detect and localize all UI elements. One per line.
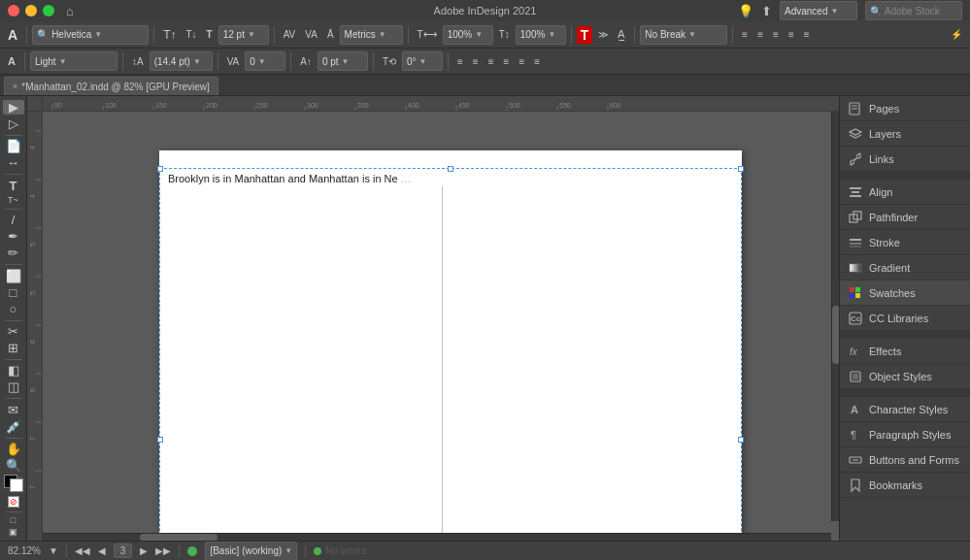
handle-right-mid[interactable]	[738, 437, 744, 443]
panel-item-cc-libraries[interactable]: Cc CC Libraries	[840, 306, 970, 331]
scrollbar-thumb[interactable]	[832, 306, 839, 364]
v-scale-dropdown[interactable]: 100% ▼	[516, 25, 566, 45]
type-tool[interactable]: T	[3, 179, 24, 193]
gap-tool[interactable]: ↔	[3, 155, 24, 170]
handle-top-right[interactable]	[738, 166, 744, 172]
note-tool[interactable]: ✉	[3, 403, 24, 417]
panel-item-bookmarks[interactable]: Bookmarks	[840, 473, 970, 498]
rect-tool[interactable]: □	[3, 285, 24, 300]
no-break-dropdown[interactable]: No Break ▼	[640, 25, 727, 45]
panel-item-stroke[interactable]: Stroke	[840, 230, 970, 255]
angle-icon[interactable]: T⟲	[379, 54, 400, 69]
search-stock-dropdown[interactable]: 🔍 Adobe Stock	[865, 1, 962, 20]
kerning-btn3[interactable]: Ā	[323, 27, 338, 42]
maximize-button[interactable]	[43, 5, 54, 16]
hand-tool[interactable]: ✋	[3, 442, 24, 456]
handle-top-mid[interactable]	[448, 166, 453, 172]
zoom-dropdown-arrow[interactable]: ▼	[49, 545, 58, 556]
kerning-btn2[interactable]: VA	[301, 27, 321, 42]
type-size-icon[interactable]: T↑	[159, 26, 180, 44]
panel-item-align[interactable]: Align	[840, 180, 970, 205]
share-icon[interactable]: ⬆	[761, 4, 772, 18]
type-extra[interactable]: ≫	[594, 27, 612, 42]
leading-icon[interactable]: ↕A	[128, 54, 148, 69]
text-content[interactable]: Brooklyn is in Manhattan and Manhattan i…	[160, 169, 741, 188]
panel-item-links[interactable]: Links	[840, 147, 970, 172]
next-page-btn2[interactable]: ▶▶	[155, 545, 171, 556]
type-size-icon2[interactable]: T↓	[182, 27, 200, 42]
align2-right[interactable]: ≡	[485, 54, 498, 69]
angle-dropdown[interactable]: 0° ▼	[402, 51, 443, 71]
align-center-btn[interactable]: ≡	[753, 27, 767, 42]
scale-h-btn[interactable]: T⟷	[414, 27, 441, 42]
document-tab[interactable]: × *Manhattan_02.indd @ 82% [GPU Preview]	[4, 77, 218, 95]
type-bold[interactable]: T	[203, 27, 217, 42]
page-style-dropdown[interactable]: [Basic] (working) ▼	[205, 542, 297, 561]
canvas-content[interactable]: Brooklyn is in Manhattan and Manhattan i…	[43, 112, 839, 541]
vertical-scrollbar[interactable]	[831, 112, 839, 521]
page-num-field[interactable]: 3	[114, 544, 133, 558]
handle-top-left[interactable]	[157, 166, 163, 172]
scissors-tool[interactable]: ✂	[3, 324, 24, 339]
leading-dropdown[interactable]: (14.4 pt) ▼	[150, 51, 213, 71]
kerning-btn1[interactable]: AV	[280, 27, 300, 42]
panel-item-object-styles[interactable]: Object Styles	[840, 364, 970, 389]
baseline-icon[interactable]: A↑	[296, 54, 316, 69]
background-color[interactable]	[10, 478, 23, 492]
align2-j1[interactable]: ≡	[500, 54, 514, 69]
gradient-feather-tool[interactable]: ◫	[3, 379, 24, 394]
font-family-dropdown[interactable]: 🔍 Helvetica ▼	[32, 25, 149, 45]
text-frame[interactable]: Brooklyn is in Manhattan and Manhattan i…	[159, 168, 742, 541]
select-tool[interactable]: ▶	[3, 100, 24, 115]
zoom-tool[interactable]: 🔍	[3, 458, 24, 473]
kerning-icon[interactable]: VA	[223, 54, 244, 69]
preview-view-btn[interactable]: ▣	[3, 527, 24, 537]
normal-view-btn[interactable]: □	[3, 515, 24, 525]
panel-item-effects[interactable]: fx Effects	[840, 339, 970, 364]
type-path-tool[interactable]: T~	[3, 195, 24, 205]
handle-left-mid[interactable]	[157, 437, 163, 443]
h-scrollbar-thumb[interactable]	[140, 534, 217, 541]
none-swatch[interactable]: ⊘	[8, 496, 19, 508]
align2-j3[interactable]: ≡	[530, 54, 544, 69]
minimize-button[interactable]	[25, 5, 37, 16]
direct-select-tool[interactable]: ▷	[3, 116, 24, 131]
pen-tool[interactable]: ✒	[3, 229, 24, 244]
align2-j2[interactable]: ≡	[515, 54, 528, 69]
type-highlight-btn[interactable]: T	[577, 26, 593, 44]
char-align-btn[interactable]: A	[4, 53, 19, 69]
lightbulb-icon[interactable]: 💡	[738, 4, 753, 18]
horizontal-scrollbar[interactable]	[43, 533, 831, 541]
panel-item-layers[interactable]: Layers	[840, 121, 970, 147]
next-page-btn[interactable]: ▶	[140, 545, 148, 556]
ellipse-tool[interactable]: ○	[3, 302, 24, 316]
panel-item-swatches[interactable]: Swatches	[840, 280, 970, 306]
eyedropper-tool[interactable]: 💉	[3, 419, 24, 434]
align-force-btn[interactable]: ≡	[800, 27, 814, 42]
metrics-dropdown[interactable]: Metrics ▼	[340, 25, 403, 45]
panel-item-pages[interactable]: Pages	[840, 96, 970, 121]
align-justify-btn[interactable]: ≡	[785, 27, 798, 42]
panel-item-buttons-forms[interactable]: Buttons and Forms	[840, 447, 970, 473]
tab-close-btn[interactable]: ×	[13, 82, 17, 91]
rect-frame-tool[interactable]: ⬜	[3, 269, 24, 283]
free-transform-tool[interactable]: ⊞	[3, 341, 24, 355]
font-size-dropdown[interactable]: 12 pt ▼	[218, 25, 269, 45]
prev-page-btn[interactable]: ◀◀	[75, 545, 90, 556]
pencil-tool[interactable]: ✏	[3, 246, 24, 260]
prev-page-btn2[interactable]: ◀	[98, 545, 106, 556]
close-button[interactable]	[8, 5, 19, 16]
scale-v-btn[interactable]: T↕	[495, 27, 514, 42]
gradient-tool[interactable]: ◧	[3, 363, 24, 378]
page-tool[interactable]: 📄	[3, 139, 24, 153]
h-scale-dropdown[interactable]: 100% ▼	[443, 25, 493, 45]
lightning-btn[interactable]: ⚡	[947, 27, 966, 42]
home-icon[interactable]: ⌂	[66, 4, 74, 18]
align2-left[interactable]: ≡	[453, 54, 467, 69]
align-left-btn[interactable]: ≡	[738, 27, 752, 42]
baseline-dropdown[interactable]: 0 pt ▼	[318, 51, 368, 71]
optical-margin-btn[interactable]: A̲	[614, 26, 629, 43]
panel-item-character-styles[interactable]: A Character Styles	[840, 397, 970, 422]
panel-item-gradient[interactable]: Gradient	[840, 255, 970, 280]
align2-center[interactable]: ≡	[469, 54, 483, 69]
